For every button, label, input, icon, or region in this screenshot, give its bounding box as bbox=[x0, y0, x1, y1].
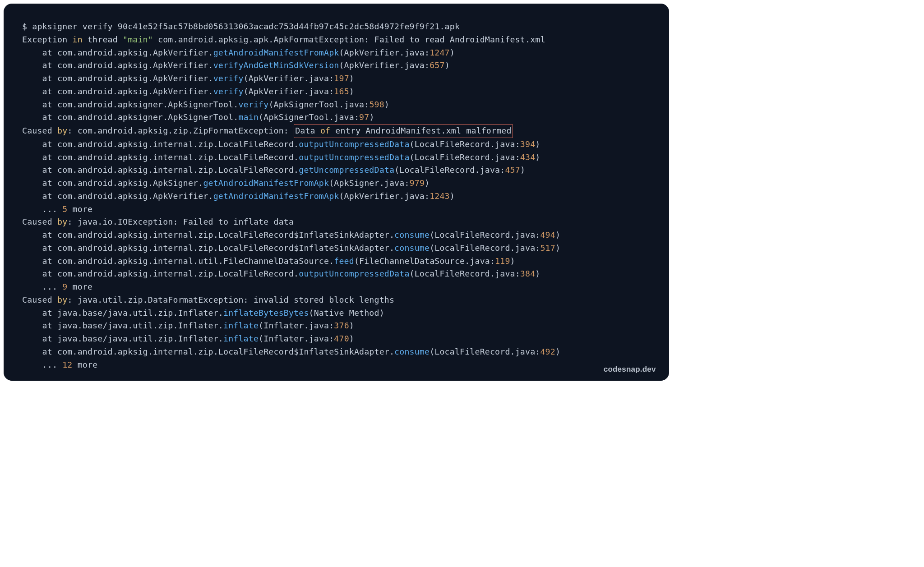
exc-prefix: Exception bbox=[22, 35, 73, 44]
line-no: 434 bbox=[520, 152, 535, 162]
paren: ) bbox=[450, 191, 455, 201]
paren: ) bbox=[349, 321, 354, 330]
highlight-box: Data of entry AndroidManifest.xml malfor… bbox=[294, 124, 513, 138]
at: at bbox=[42, 191, 52, 201]
paren: ) bbox=[555, 230, 560, 240]
paren: (FileChannelDataSource.java: bbox=[354, 256, 495, 266]
pkg: com.android.apksig.internal.zip.LocalFil… bbox=[52, 152, 299, 162]
method: getAndroidManifestFromApk bbox=[203, 178, 329, 188]
paren: ) bbox=[445, 60, 450, 70]
method: consume bbox=[394, 243, 430, 253]
paren: ) bbox=[450, 48, 455, 57]
paren: (LocalFileRecord.java: bbox=[410, 269, 520, 278]
at: at bbox=[42, 178, 52, 188]
paren: (ApkVerifier.java: bbox=[244, 74, 334, 83]
line-no: 494 bbox=[540, 230, 555, 240]
command: apksigner verify 90c41e52f5ac57b8bd05631… bbox=[32, 22, 460, 31]
paren: ) bbox=[535, 152, 540, 162]
line-no: 1243 bbox=[430, 191, 450, 201]
paren: (LocalFileRecord.java: bbox=[394, 165, 505, 175]
prompt: $ bbox=[22, 22, 32, 31]
more: more bbox=[73, 360, 98, 369]
pkg: com.android.apksig.internal.zip.LocalFil… bbox=[52, 269, 299, 278]
at: at bbox=[42, 112, 52, 122]
dots: ... bbox=[42, 204, 63, 214]
method: getAndroidManifestFromApk bbox=[213, 48, 339, 57]
paren: (LocalFileRecord.java: bbox=[410, 152, 520, 162]
pkg: java.base/java.util.zip.Inflater. bbox=[52, 308, 223, 318]
line-no: 470 bbox=[334, 334, 349, 343]
paren: ) bbox=[555, 347, 560, 356]
method: verify bbox=[238, 100, 268, 109]
paren: (LocalFileRecord.java: bbox=[430, 243, 540, 253]
pkg: java.base/java.util.zip.Inflater. bbox=[52, 321, 223, 330]
pkg: com.android.apksig.internal.zip.LocalFil… bbox=[52, 347, 394, 356]
paren: ) bbox=[520, 165, 525, 175]
paren: ) bbox=[555, 243, 560, 253]
method: inflateBytesBytes bbox=[223, 308, 309, 318]
at: at bbox=[42, 87, 52, 96]
exc-rest: com.android.apksig.apk.ApkFormatExceptio… bbox=[153, 35, 545, 44]
at: at bbox=[42, 139, 52, 149]
paren: ) bbox=[535, 269, 540, 278]
paren: (ApkVerifier.java: bbox=[339, 48, 430, 57]
kw-by: by bbox=[57, 126, 67, 135]
pkg: com.android.apksig.internal.zip.LocalFil… bbox=[52, 165, 299, 175]
watermark: codesnap.dev bbox=[604, 365, 656, 374]
kw-by: by bbox=[57, 217, 67, 226]
more-n: 9 bbox=[62, 282, 67, 291]
more: more bbox=[67, 282, 92, 291]
line-no: 165 bbox=[334, 87, 349, 96]
paren: (LocalFileRecord.java: bbox=[430, 347, 540, 356]
at: at bbox=[42, 308, 52, 318]
exc-thread-lbl: thread bbox=[83, 35, 123, 44]
paren: (ApkSignerTool.java: bbox=[259, 112, 359, 122]
line-no: 657 bbox=[430, 60, 444, 70]
paren: (Inflater.java: bbox=[259, 334, 334, 343]
line-no: 979 bbox=[410, 178, 425, 188]
at: at bbox=[42, 152, 52, 162]
method: inflate bbox=[223, 334, 259, 343]
line-no: 97 bbox=[359, 112, 369, 122]
method: main bbox=[238, 112, 259, 122]
line-no: 492 bbox=[540, 347, 555, 356]
method: getAndroidManifestFromApk bbox=[213, 191, 339, 201]
caused: Caused bbox=[22, 295, 57, 304]
pkg: com.android.apksig.internal.util.FileCha… bbox=[52, 256, 334, 266]
method: verify bbox=[213, 87, 244, 96]
paren: (Native Method) bbox=[309, 308, 384, 318]
hl-rest: entry AndroidManifest.xml malformed bbox=[330, 126, 511, 135]
at: at bbox=[42, 269, 52, 278]
paren: (ApkSigner.java: bbox=[329, 178, 409, 188]
paren: (ApkVerifier.java: bbox=[339, 60, 430, 70]
at: at bbox=[42, 60, 52, 70]
method: inflate bbox=[223, 321, 259, 330]
paren: ) bbox=[349, 334, 354, 343]
paren: (ApkSignerTool.java: bbox=[268, 100, 369, 109]
paren: ) bbox=[349, 74, 354, 83]
at: at bbox=[42, 74, 52, 83]
at: at bbox=[42, 100, 52, 109]
method: consume bbox=[394, 230, 430, 240]
pkg: com.android.apksig.internal.zip.LocalFil… bbox=[52, 139, 299, 149]
paren: (ApkVerifier.java: bbox=[244, 87, 334, 96]
line-no: 384 bbox=[520, 269, 535, 278]
at: at bbox=[42, 165, 52, 175]
line-no: 394 bbox=[520, 139, 535, 149]
pkg: com.android.apksig.internal.zip.LocalFil… bbox=[52, 230, 394, 240]
more-n: 12 bbox=[62, 360, 72, 369]
at: at bbox=[42, 256, 52, 266]
pkg: com.android.apksig.internal.zip.LocalFil… bbox=[52, 243, 394, 253]
pkg: com.android.apksig.ApkVerifier. bbox=[52, 87, 213, 96]
paren: ) bbox=[535, 139, 540, 149]
paren: (LocalFileRecord.java: bbox=[410, 139, 520, 149]
more: more bbox=[67, 204, 92, 214]
more-n: 5 bbox=[62, 204, 67, 214]
paren: ) bbox=[510, 256, 515, 266]
method: verify bbox=[213, 74, 244, 83]
terminal-output: $ apksigner verify 90c41e52f5ac57b8bd056… bbox=[22, 20, 651, 371]
method: getUncompressedData bbox=[299, 165, 394, 175]
at: at bbox=[42, 48, 52, 57]
paren: ) bbox=[425, 178, 430, 188]
pkg: com.android.apksig.ApkVerifier. bbox=[52, 191, 213, 201]
